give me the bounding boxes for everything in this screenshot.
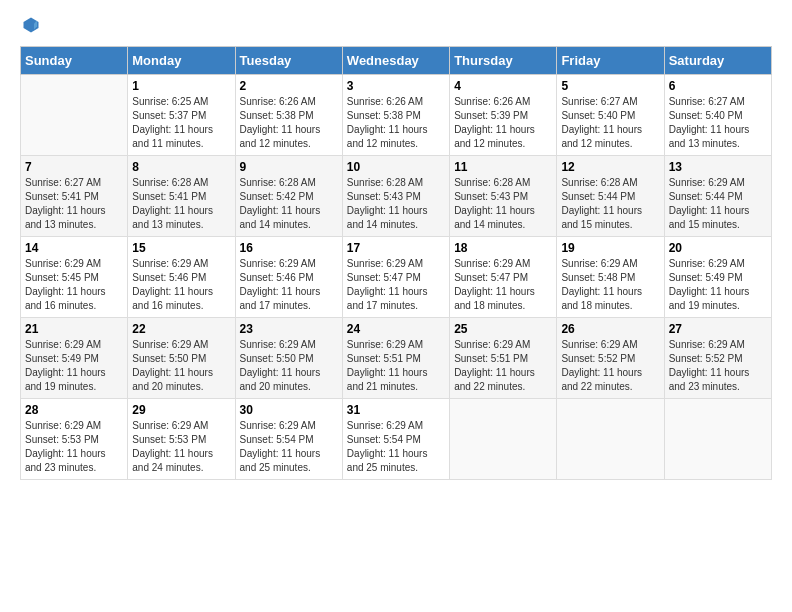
day-info: Sunrise: 6:28 AM Sunset: 5:43 PM Dayligh… xyxy=(454,176,552,232)
calendar-cell: 11Sunrise: 6:28 AM Sunset: 5:43 PM Dayli… xyxy=(450,156,557,237)
calendar-cell: 3Sunrise: 6:26 AM Sunset: 5:38 PM Daylig… xyxy=(342,75,449,156)
day-info: Sunrise: 6:29 AM Sunset: 5:53 PM Dayligh… xyxy=(132,419,230,475)
column-header-monday: Monday xyxy=(128,47,235,75)
calendar-week-row: 14Sunrise: 6:29 AM Sunset: 5:45 PM Dayli… xyxy=(21,237,772,318)
day-number: 18 xyxy=(454,241,552,255)
calendar-table: SundayMondayTuesdayWednesdayThursdayFrid… xyxy=(20,46,772,480)
day-info: Sunrise: 6:25 AM Sunset: 5:37 PM Dayligh… xyxy=(132,95,230,151)
page-header xyxy=(20,16,772,34)
calendar-cell: 15Sunrise: 6:29 AM Sunset: 5:46 PM Dayli… xyxy=(128,237,235,318)
day-info: Sunrise: 6:29 AM Sunset: 5:50 PM Dayligh… xyxy=(240,338,338,394)
day-number: 29 xyxy=(132,403,230,417)
calendar-cell: 6Sunrise: 6:27 AM Sunset: 5:40 PM Daylig… xyxy=(664,75,771,156)
day-info: Sunrise: 6:28 AM Sunset: 5:44 PM Dayligh… xyxy=(561,176,659,232)
calendar-cell: 12Sunrise: 6:28 AM Sunset: 5:44 PM Dayli… xyxy=(557,156,664,237)
calendar-cell xyxy=(21,75,128,156)
day-number: 2 xyxy=(240,79,338,93)
day-number: 9 xyxy=(240,160,338,174)
day-number: 4 xyxy=(454,79,552,93)
calendar-cell xyxy=(450,399,557,480)
calendar-week-row: 21Sunrise: 6:29 AM Sunset: 5:49 PM Dayli… xyxy=(21,318,772,399)
calendar-cell: 30Sunrise: 6:29 AM Sunset: 5:54 PM Dayli… xyxy=(235,399,342,480)
logo xyxy=(20,16,40,34)
day-info: Sunrise: 6:29 AM Sunset: 5:47 PM Dayligh… xyxy=(347,257,445,313)
calendar-cell: 14Sunrise: 6:29 AM Sunset: 5:45 PM Dayli… xyxy=(21,237,128,318)
logo-icon xyxy=(22,16,40,34)
day-number: 31 xyxy=(347,403,445,417)
column-header-tuesday: Tuesday xyxy=(235,47,342,75)
day-number: 19 xyxy=(561,241,659,255)
day-info: Sunrise: 6:26 AM Sunset: 5:39 PM Dayligh… xyxy=(454,95,552,151)
day-number: 14 xyxy=(25,241,123,255)
day-info: Sunrise: 6:28 AM Sunset: 5:41 PM Dayligh… xyxy=(132,176,230,232)
column-header-thursday: Thursday xyxy=(450,47,557,75)
day-info: Sunrise: 6:29 AM Sunset: 5:49 PM Dayligh… xyxy=(25,338,123,394)
day-number: 8 xyxy=(132,160,230,174)
calendar-cell: 28Sunrise: 6:29 AM Sunset: 5:53 PM Dayli… xyxy=(21,399,128,480)
day-number: 30 xyxy=(240,403,338,417)
calendar-cell: 9Sunrise: 6:28 AM Sunset: 5:42 PM Daylig… xyxy=(235,156,342,237)
day-info: Sunrise: 6:29 AM Sunset: 5:46 PM Dayligh… xyxy=(132,257,230,313)
calendar-cell: 5Sunrise: 6:27 AM Sunset: 5:40 PM Daylig… xyxy=(557,75,664,156)
day-number: 12 xyxy=(561,160,659,174)
calendar-cell: 31Sunrise: 6:29 AM Sunset: 5:54 PM Dayli… xyxy=(342,399,449,480)
day-number: 7 xyxy=(25,160,123,174)
day-number: 15 xyxy=(132,241,230,255)
day-number: 23 xyxy=(240,322,338,336)
calendar-cell: 13Sunrise: 6:29 AM Sunset: 5:44 PM Dayli… xyxy=(664,156,771,237)
day-info: Sunrise: 6:29 AM Sunset: 5:54 PM Dayligh… xyxy=(347,419,445,475)
calendar-cell: 23Sunrise: 6:29 AM Sunset: 5:50 PM Dayli… xyxy=(235,318,342,399)
calendar-cell: 7Sunrise: 6:27 AM Sunset: 5:41 PM Daylig… xyxy=(21,156,128,237)
day-info: Sunrise: 6:29 AM Sunset: 5:52 PM Dayligh… xyxy=(669,338,767,394)
day-number: 20 xyxy=(669,241,767,255)
day-info: Sunrise: 6:27 AM Sunset: 5:40 PM Dayligh… xyxy=(669,95,767,151)
calendar-cell: 22Sunrise: 6:29 AM Sunset: 5:50 PM Dayli… xyxy=(128,318,235,399)
calendar-cell: 10Sunrise: 6:28 AM Sunset: 5:43 PM Dayli… xyxy=(342,156,449,237)
day-info: Sunrise: 6:29 AM Sunset: 5:51 PM Dayligh… xyxy=(347,338,445,394)
day-number: 22 xyxy=(132,322,230,336)
calendar-cell: 20Sunrise: 6:29 AM Sunset: 5:49 PM Dayli… xyxy=(664,237,771,318)
day-info: Sunrise: 6:29 AM Sunset: 5:51 PM Dayligh… xyxy=(454,338,552,394)
calendar-cell: 8Sunrise: 6:28 AM Sunset: 5:41 PM Daylig… xyxy=(128,156,235,237)
calendar-cell: 4Sunrise: 6:26 AM Sunset: 5:39 PM Daylig… xyxy=(450,75,557,156)
calendar-cell: 19Sunrise: 6:29 AM Sunset: 5:48 PM Dayli… xyxy=(557,237,664,318)
day-info: Sunrise: 6:27 AM Sunset: 5:41 PM Dayligh… xyxy=(25,176,123,232)
calendar-header-row: SundayMondayTuesdayWednesdayThursdayFrid… xyxy=(21,47,772,75)
column-header-wednesday: Wednesday xyxy=(342,47,449,75)
day-info: Sunrise: 6:29 AM Sunset: 5:46 PM Dayligh… xyxy=(240,257,338,313)
calendar-week-row: 7Sunrise: 6:27 AM Sunset: 5:41 PM Daylig… xyxy=(21,156,772,237)
day-info: Sunrise: 6:29 AM Sunset: 5:54 PM Dayligh… xyxy=(240,419,338,475)
day-number: 16 xyxy=(240,241,338,255)
day-info: Sunrise: 6:26 AM Sunset: 5:38 PM Dayligh… xyxy=(240,95,338,151)
day-info: Sunrise: 6:29 AM Sunset: 5:52 PM Dayligh… xyxy=(561,338,659,394)
day-info: Sunrise: 6:27 AM Sunset: 5:40 PM Dayligh… xyxy=(561,95,659,151)
day-number: 10 xyxy=(347,160,445,174)
day-number: 11 xyxy=(454,160,552,174)
calendar-cell: 21Sunrise: 6:29 AM Sunset: 5:49 PM Dayli… xyxy=(21,318,128,399)
day-info: Sunrise: 6:29 AM Sunset: 5:50 PM Dayligh… xyxy=(132,338,230,394)
calendar-cell: 24Sunrise: 6:29 AM Sunset: 5:51 PM Dayli… xyxy=(342,318,449,399)
day-info: Sunrise: 6:26 AM Sunset: 5:38 PM Dayligh… xyxy=(347,95,445,151)
day-info: Sunrise: 6:29 AM Sunset: 5:47 PM Dayligh… xyxy=(454,257,552,313)
day-number: 6 xyxy=(669,79,767,93)
day-number: 13 xyxy=(669,160,767,174)
day-info: Sunrise: 6:29 AM Sunset: 5:49 PM Dayligh… xyxy=(669,257,767,313)
day-info: Sunrise: 6:28 AM Sunset: 5:42 PM Dayligh… xyxy=(240,176,338,232)
calendar-week-row: 1Sunrise: 6:25 AM Sunset: 5:37 PM Daylig… xyxy=(21,75,772,156)
day-info: Sunrise: 6:28 AM Sunset: 5:43 PM Dayligh… xyxy=(347,176,445,232)
column-header-saturday: Saturday xyxy=(664,47,771,75)
day-number: 17 xyxy=(347,241,445,255)
day-number: 25 xyxy=(454,322,552,336)
calendar-cell: 2Sunrise: 6:26 AM Sunset: 5:38 PM Daylig… xyxy=(235,75,342,156)
calendar-cell: 17Sunrise: 6:29 AM Sunset: 5:47 PM Dayli… xyxy=(342,237,449,318)
column-header-sunday: Sunday xyxy=(21,47,128,75)
day-info: Sunrise: 6:29 AM Sunset: 5:53 PM Dayligh… xyxy=(25,419,123,475)
day-info: Sunrise: 6:29 AM Sunset: 5:44 PM Dayligh… xyxy=(669,176,767,232)
calendar-cell xyxy=(664,399,771,480)
calendar-cell: 27Sunrise: 6:29 AM Sunset: 5:52 PM Dayli… xyxy=(664,318,771,399)
day-number: 1 xyxy=(132,79,230,93)
day-info: Sunrise: 6:29 AM Sunset: 5:48 PM Dayligh… xyxy=(561,257,659,313)
day-number: 27 xyxy=(669,322,767,336)
day-number: 24 xyxy=(347,322,445,336)
day-number: 5 xyxy=(561,79,659,93)
